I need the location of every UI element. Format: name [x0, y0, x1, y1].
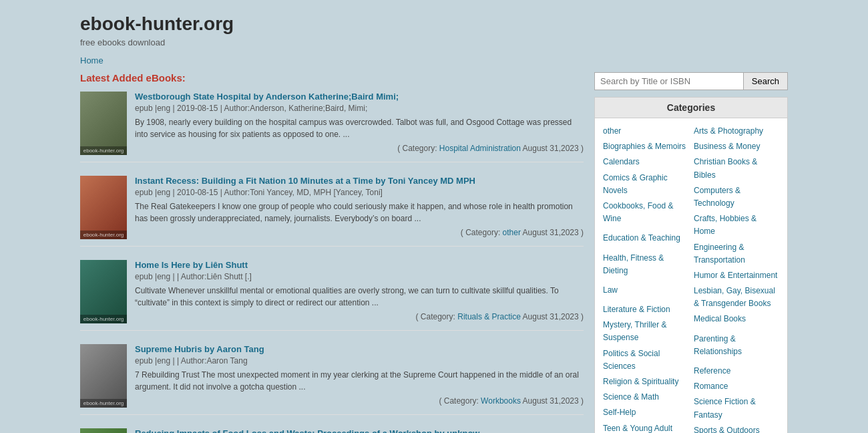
search-button[interactable]: Search — [744, 72, 788, 90]
book-desc: The Real Gatekeepers I know one group of… — [135, 200, 584, 225]
category-link[interactable]: Religion & Spirituality — [600, 374, 691, 390]
category-link[interactable]: Rituals & Practice — [457, 312, 521, 321]
category-link[interactable]: Humor & Entertainment — [691, 268, 782, 283]
book-item: ebook-hunter.org Reducing Impacts of Foo… — [80, 428, 584, 433]
book-info: Home Is Here by Liên Shutt epub |eng | |… — [135, 260, 584, 323]
category-right-col: Arts & PhotographyBusiness & MoneyChrist… — [691, 124, 782, 433]
book-title-link[interactable]: Supreme Hubris by Aaron Tang — [135, 344, 264, 354]
category-link[interactable]: Arts & Photography — [691, 124, 782, 139]
category-link[interactable]: Education & Teaching — [600, 231, 691, 246]
category-link[interactable]: Literature & Fiction — [600, 302, 691, 317]
category-link[interactable]: Science Fiction & Fantasy — [691, 394, 782, 422]
category-link[interactable]: other — [600, 124, 691, 139]
book-category: ( Category: Hospital Administration Augu… — [135, 144, 584, 153]
book-info: Westborough State Hospital by Anderson K… — [135, 92, 584, 155]
book-meta: epub |eng | 2019-08-15 | Author:Anderson… — [135, 104, 584, 113]
book-meta: epub |eng | | Author:Aaron Tang — [135, 356, 584, 366]
book-desc: By 1908, nearly every building on the ho… — [135, 116, 584, 140]
site-subtitle: free ebooks download — [80, 37, 788, 47]
category-link[interactable]: Law — [600, 283, 691, 298]
category-link[interactable]: Lesbian, Gay, Bisexual & Transgender Boo… — [691, 283, 782, 311]
search-input[interactable] — [594, 72, 744, 90]
book-desc: Cultivate Whenever unskillful mental or … — [135, 285, 584, 309]
category-link[interactable]: Mystery, Thriller & Suspense — [600, 317, 691, 345]
book-item: ebook-hunter.org Supreme Hubris by Aaron… — [80, 344, 584, 415]
book-title-link[interactable]: Reducing Impacts of Food Loss and Waste:… — [135, 428, 479, 433]
category-link[interactable]: Sports & Outdoors — [691, 423, 782, 433]
book-item: ebook-hunter.org Instant Recess: Buildin… — [80, 176, 584, 247]
content-area: Latest Added eBooks: ebook-hunter.org We… — [80, 72, 584, 433]
book-info: Instant Recess: Building a Fit Nation 10… — [135, 176, 584, 239]
book-desc: 7 Rebuilding Trust The most unexpected m… — [135, 369, 584, 393]
book-info: Supreme Hubris by Aaron Tang epub |eng |… — [135, 344, 584, 408]
book-category: ( Category: Rituals & Practice August 31… — [135, 312, 584, 321]
book-thumb: ebook-hunter.org — [80, 176, 127, 239]
categories-header: Categories — [595, 98, 787, 118]
category-link[interactable]: Comics & Graphic Novels — [600, 170, 691, 198]
nav-home-link[interactable]: Home — [80, 55, 103, 65]
category-link[interactable]: Teen & Young Adult — [600, 421, 691, 433]
category-link[interactable]: Romance — [691, 379, 782, 394]
category-link[interactable]: Cookbooks, Food & Wine — [600, 198, 691, 227]
category-link[interactable]: Health, Fitness & Dieting — [600, 251, 691, 279]
category-link[interactable]: Calendars — [600, 154, 691, 170]
book-item: ebook-hunter.org Home Is Here by Liên Sh… — [80, 260, 584, 331]
category-link[interactable]: Hospital Administration — [439, 144, 521, 153]
category-link[interactable]: Politics & Social Sciences — [600, 346, 691, 374]
category-link[interactable]: Reference — [691, 364, 782, 379]
book-thumb: ebook-hunter.org — [80, 428, 127, 433]
category-left-col: otherBiographies & MemoirsCalendarsComic… — [600, 124, 691, 433]
book-item: ebook-hunter.org Westborough State Hospi… — [80, 92, 584, 162]
book-category: ( Category: Workbooks August 31,2023 ) — [135, 396, 584, 406]
category-link[interactable]: Self-Help — [600, 405, 691, 420]
book-meta: epub |eng | 2010-08-15 | Author:Toni Yan… — [135, 188, 584, 197]
category-link[interactable]: Engineering & Transportation — [691, 240, 782, 268]
book-info: Reducing Impacts of Food Loss and Waste:… — [135, 428, 584, 433]
category-link[interactable]: Computers & Technology — [691, 183, 782, 211]
category-link[interactable]: Workbooks — [481, 396, 521, 406]
latest-heading: Latest Added eBooks: — [80, 72, 584, 84]
book-meta: epub |eng | | Author:Liên Shutt [.] — [135, 272, 584, 281]
sidebar: Search Categories otherBiographies & Mem… — [594, 72, 788, 433]
category-link[interactable]: Science & Math — [600, 390, 691, 405]
category-link[interactable]: Medical Books — [691, 311, 782, 327]
category-link[interactable]: Business & Money — [691, 139, 782, 154]
category-link[interactable]: Christian Books & Bibles — [691, 154, 782, 182]
book-title-link[interactable]: Instant Recess: Building a Fit Nation 10… — [135, 176, 475, 186]
category-link[interactable]: Biographies & Memoirs — [600, 139, 691, 154]
book-title-link[interactable]: Home Is Here by Liên Shutt — [135, 260, 248, 270]
book-thumb: ebook-hunter.org — [80, 92, 127, 155]
category-link[interactable]: other — [503, 228, 521, 237]
book-category: ( Category: other August 31,2023 ) — [135, 228, 584, 237]
book-thumb: ebook-hunter.org — [80, 344, 127, 408]
book-thumb: ebook-hunter.org — [80, 260, 127, 323]
site-title: ebook-hunter.org — [80, 13, 788, 35]
category-link[interactable]: Parenting & Relationships — [691, 331, 782, 359]
categories-box: Categories otherBiographies & MemoirsCal… — [594, 97, 788, 433]
category-link[interactable]: Crafts, Hobbies & Home — [691, 211, 782, 239]
book-title-link[interactable]: Westborough State Hospital by Anderson K… — [135, 92, 399, 102]
